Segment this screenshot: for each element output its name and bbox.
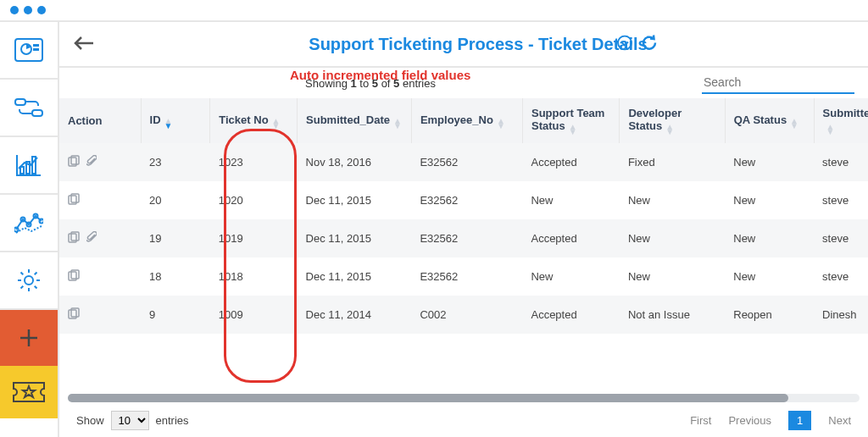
title-dropdown[interactable] <box>617 36 632 53</box>
cell-employee-no: C002 <box>411 296 522 334</box>
chevron-down-circle-icon <box>617 36 632 51</box>
cell-support-status: New <box>522 181 619 219</box>
cell-developer-status: New <box>620 219 725 257</box>
page-size-select[interactable]: 10 <box>111 411 149 430</box>
sidebar-item-workflow[interactable] <box>0 80 58 137</box>
col-submitted-date[interactable]: Submitted_Date▲▼ <box>298 98 412 143</box>
cell-employee-no: E32562 <box>411 219 522 257</box>
table-row[interactable]: 191019Dec 11, 2015E32562AcceptedNewNewst… <box>59 219 868 257</box>
col-submitted-by[interactable]: Submitted By▲▼ <box>814 98 868 143</box>
plus-icon <box>18 327 40 349</box>
cell-submitted-date: Dec 11, 2015 <box>298 257 412 296</box>
pager-previous[interactable]: Previous <box>728 414 771 427</box>
cell-submitted-by: steve <box>814 181 868 219</box>
col-employee-no[interactable]: Employee_No▲▼ <box>411 98 522 143</box>
copy-icon[interactable] <box>68 231 80 246</box>
svg-rect-6 <box>20 167 24 174</box>
page-title: Support Ticketing Process - Ticket Detai… <box>102 35 854 54</box>
cell-qa-status: New <box>725 257 814 296</box>
entries-summary: Showing 1 to 5 of 5 entries <box>305 77 436 90</box>
cell-id: 19 <box>141 219 210 257</box>
cell-ticket-no: 1020 <box>210 181 298 219</box>
cell-employee-no: E32562 <box>411 181 522 219</box>
pager-current[interactable]: 1 <box>788 411 811 430</box>
copy-icon[interactable] <box>68 269 80 284</box>
arrow-left-icon <box>73 35 95 52</box>
window-dot <box>24 6 32 14</box>
dashboard-icon <box>14 38 43 62</box>
window-dot <box>37 6 46 14</box>
cell-ticket-no: 1018 <box>210 257 298 296</box>
show-label: Show <box>76 414 104 427</box>
cell-id: 23 <box>141 143 210 181</box>
col-ticket-no[interactable]: Ticket No▲▼ <box>210 98 298 143</box>
cell-developer-status: Not an Issue <box>620 296 725 334</box>
refresh-button[interactable] <box>641 35 658 54</box>
sidebar-item-tickets[interactable] <box>0 366 58 418</box>
cell-id: 18 <box>141 257 210 296</box>
scrollbar-thumb[interactable] <box>68 394 788 402</box>
cell-developer-status: Fixed <box>620 143 725 181</box>
sidebar-item-settings[interactable] <box>0 252 58 310</box>
cell-submitted-by: steve <box>814 143 868 181</box>
paperclip-icon[interactable] <box>86 155 97 169</box>
entries-label: entries <box>156 414 189 427</box>
cell-submitted-by: Dinesh <box>814 296 868 334</box>
sidebar-item-dashboard[interactable] <box>0 22 58 80</box>
cell-submitted-by: steve <box>814 257 868 296</box>
cell-support-status: Accepted <box>522 219 619 257</box>
svg-point-14 <box>25 276 33 285</box>
cell-employee-no: E32562 <box>411 143 522 181</box>
table-row[interactable]: 91009Dec 11, 2014C002AcceptedNot an Issu… <box>59 296 868 334</box>
line-chart-icon <box>14 211 43 235</box>
data-table: Action ID▲▼ Ticket No▲▼ Submitted_Date▲▼… <box>59 98 868 334</box>
cell-id: 9 <box>141 296 210 334</box>
copy-icon[interactable] <box>68 307 80 322</box>
cell-ticket-no: 1009 <box>210 296 298 334</box>
col-support-status[interactable]: Support Team Status▲▼ <box>522 98 619 143</box>
col-qa-status[interactable]: QA Status▲▼ <box>725 98 814 143</box>
table-row[interactable]: 231023Nov 18, 2016E32562AcceptedFixedNew… <box>59 143 868 181</box>
paperclip-icon[interactable] <box>86 231 97 246</box>
svg-rect-3 <box>33 48 39 51</box>
horizontal-scrollbar[interactable] <box>68 394 860 402</box>
sidebar-item-bar-chart[interactable] <box>0 137 58 195</box>
cell-support-status: New <box>522 257 619 296</box>
pager-first[interactable]: First <box>690 414 711 427</box>
table-row[interactable]: 201020Dec 11, 2015E32562NewNewNewsteveD <box>59 181 868 219</box>
svg-rect-5 <box>32 110 42 116</box>
cell-submitted-date: Dec 11, 2015 <box>298 219 412 257</box>
copy-icon[interactable] <box>68 155 80 169</box>
cell-submitted-date: Dec 11, 2014 <box>298 296 412 334</box>
svg-rect-4 <box>15 99 25 105</box>
cell-qa-status: Reopen <box>725 296 814 334</box>
copy-icon[interactable] <box>68 193 80 207</box>
ticket-star-icon <box>12 381 46 403</box>
cell-ticket-no: 1019 <box>210 219 298 257</box>
svg-rect-2 <box>33 44 39 47</box>
col-id[interactable]: ID▲▼ <box>141 98 210 143</box>
workflow-icon <box>14 97 43 118</box>
col-developer-status[interactable]: Developer Status▲▼ <box>620 98 725 143</box>
col-action[interactable]: Action <box>59 98 141 143</box>
page-titlebar: Support Ticketing Process - Ticket Detai… <box>59 22 868 68</box>
cell-employee-no: E32562 <box>411 257 522 296</box>
search-field[interactable] <box>702 72 854 94</box>
sidebar-item-line-chart[interactable] <box>0 195 58 252</box>
table-row[interactable]: 181018Dec 11, 2015E32562NewNewNewsteveD <box>59 257 868 296</box>
cell-ticket-no: 1023 <box>210 143 298 181</box>
svg-point-15 <box>618 36 632 50</box>
cell-support-status: Accepted <box>522 296 619 334</box>
cell-developer-status: New <box>620 257 725 296</box>
cell-developer-status: New <box>620 181 725 219</box>
table-footer: Show 10 entries First Previous 1 Next <box>59 402 868 437</box>
cell-qa-status: New <box>725 219 814 257</box>
data-table-container: Action ID▲▼ Ticket No▲▼ Submitted_Date▲▼… <box>59 98 868 390</box>
search-input[interactable] <box>702 72 858 92</box>
pager-next[interactable]: Next <box>828 414 851 427</box>
back-button[interactable] <box>73 35 95 54</box>
window-dot <box>10 6 19 14</box>
cell-submitted-date: Nov 18, 2016 <box>298 143 412 181</box>
sidebar-item-add[interactable] <box>0 310 58 366</box>
cell-qa-status: New <box>725 181 814 219</box>
